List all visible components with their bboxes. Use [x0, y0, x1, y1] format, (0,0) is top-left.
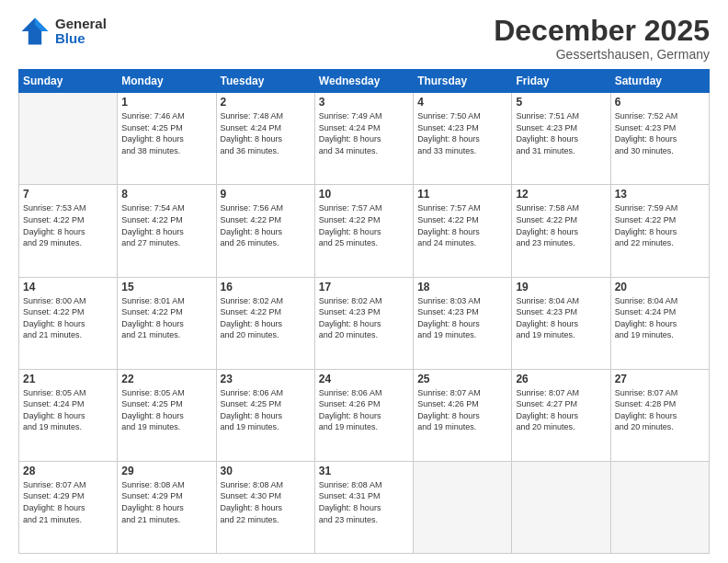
- day-number: 5: [516, 96, 606, 109]
- calendar-cell: [19, 93, 118, 185]
- calendar-cell: 23Sunrise: 8:06 AM Sunset: 4:25 PM Dayli…: [216, 369, 314, 461]
- calendar-cell: 12Sunrise: 7:58 AM Sunset: 4:22 PM Dayli…: [512, 185, 610, 277]
- day-number: 6: [615, 96, 705, 109]
- calendar-cell: 3Sunrise: 7:49 AM Sunset: 4:24 PM Daylig…: [314, 93, 413, 185]
- day-info: Sunrise: 7:56 AM Sunset: 4:22 PM Dayligh…: [221, 202, 311, 248]
- day-info: Sunrise: 7:52 AM Sunset: 4:23 PM Dayligh…: [615, 110, 705, 156]
- day-info: Sunrise: 8:07 AM Sunset: 4:29 PM Dayligh…: [23, 479, 113, 525]
- day-number: 19: [516, 281, 606, 293]
- calendar-week-row: 14Sunrise: 8:00 AM Sunset: 4:22 PM Dayli…: [19, 277, 710, 369]
- day-info: Sunrise: 8:05 AM Sunset: 4:24 PM Dayligh…: [23, 387, 113, 433]
- calendar-week-row: 21Sunrise: 8:05 AM Sunset: 4:24 PM Dayli…: [19, 369, 710, 461]
- calendar-cell: 2Sunrise: 7:48 AM Sunset: 4:24 PM Daylig…: [216, 93, 314, 185]
- day-info: Sunrise: 8:04 AM Sunset: 4:24 PM Dayligh…: [615, 295, 705, 341]
- day-info: Sunrise: 7:57 AM Sunset: 4:22 PM Dayligh…: [319, 202, 409, 248]
- calendar-cell: 16Sunrise: 8:02 AM Sunset: 4:22 PM Dayli…: [216, 277, 314, 369]
- day-number: 4: [417, 96, 507, 109]
- day-info: Sunrise: 8:01 AM Sunset: 4:22 PM Dayligh…: [121, 295, 211, 341]
- day-number: 8: [121, 188, 211, 201]
- month-title: December 2025: [494, 15, 710, 47]
- day-info: Sunrise: 7:53 AM Sunset: 4:22 PM Dayligh…: [23, 202, 113, 248]
- day-number: 11: [417, 188, 507, 201]
- calendar-week-row: 28Sunrise: 8:07 AM Sunset: 4:29 PM Dayli…: [19, 461, 710, 553]
- calendar-cell: 19Sunrise: 8:04 AM Sunset: 4:23 PM Dayli…: [512, 277, 610, 369]
- day-info: Sunrise: 7:46 AM Sunset: 4:25 PM Dayligh…: [121, 110, 211, 156]
- calendar-cell: 15Sunrise: 8:01 AM Sunset: 4:22 PM Dayli…: [118, 277, 216, 369]
- page: General Blue December 2025 Gessertshause…: [0, 0, 728, 563]
- calendar-week-row: 1Sunrise: 7:46 AM Sunset: 4:25 PM Daylig…: [19, 93, 710, 185]
- day-number: 29: [121, 465, 211, 477]
- header: General Blue December 2025 Gessertshause…: [18, 15, 710, 62]
- calendar-cell: [512, 461, 610, 553]
- day-info: Sunrise: 8:07 AM Sunset: 4:27 PM Dayligh…: [516, 387, 606, 433]
- day-number: 22: [121, 373, 211, 385]
- calendar-cell: 1Sunrise: 7:46 AM Sunset: 4:25 PM Daylig…: [118, 93, 216, 185]
- day-info: Sunrise: 8:08 AM Sunset: 4:31 PM Dayligh…: [319, 479, 409, 525]
- day-number: 3: [319, 96, 409, 109]
- day-info: Sunrise: 8:04 AM Sunset: 4:23 PM Dayligh…: [516, 295, 606, 341]
- calendar-cell: 11Sunrise: 7:57 AM Sunset: 4:22 PM Dayli…: [414, 185, 512, 277]
- day-info: Sunrise: 8:03 AM Sunset: 4:23 PM Dayligh…: [417, 295, 507, 341]
- day-info: Sunrise: 8:08 AM Sunset: 4:30 PM Dayligh…: [221, 479, 311, 525]
- day-number: 15: [121, 281, 211, 293]
- logo-icon: [18, 15, 51, 48]
- calendar-day-header: Wednesday: [314, 70, 413, 93]
- day-number: 25: [417, 373, 507, 385]
- calendar-table: SundayMondayTuesdayWednesdayThursdayFrid…: [18, 69, 710, 554]
- calendar-cell: 27Sunrise: 8:07 AM Sunset: 4:28 PM Dayli…: [610, 369, 709, 461]
- title-block: December 2025 Gessertshausen, Germany: [494, 15, 710, 62]
- day-info: Sunrise: 8:05 AM Sunset: 4:25 PM Dayligh…: [121, 387, 211, 433]
- day-info: Sunrise: 8:07 AM Sunset: 4:28 PM Dayligh…: [615, 387, 705, 433]
- day-number: 26: [516, 373, 606, 385]
- day-info: Sunrise: 7:59 AM Sunset: 4:22 PM Dayligh…: [615, 202, 705, 248]
- calendar-header-row: SundayMondayTuesdayWednesdayThursdayFrid…: [19, 70, 710, 93]
- day-info: Sunrise: 8:06 AM Sunset: 4:26 PM Dayligh…: [319, 387, 409, 433]
- day-info: Sunrise: 7:48 AM Sunset: 4:24 PM Dayligh…: [221, 110, 311, 156]
- day-number: 12: [516, 188, 606, 201]
- calendar-day-header: Tuesday: [216, 70, 314, 93]
- calendar-day-header: Sunday: [19, 70, 118, 93]
- calendar-cell: 13Sunrise: 7:59 AM Sunset: 4:22 PM Dayli…: [610, 185, 709, 277]
- calendar-day-header: Thursday: [414, 70, 512, 93]
- day-number: 13: [615, 188, 705, 201]
- day-info: Sunrise: 7:57 AM Sunset: 4:22 PM Dayligh…: [417, 202, 507, 248]
- calendar-cell: 7Sunrise: 7:53 AM Sunset: 4:22 PM Daylig…: [19, 185, 118, 277]
- calendar-cell: 29Sunrise: 8:08 AM Sunset: 4:29 PM Dayli…: [118, 461, 216, 553]
- day-info: Sunrise: 8:08 AM Sunset: 4:29 PM Dayligh…: [121, 479, 211, 525]
- day-info: Sunrise: 8:07 AM Sunset: 4:26 PM Dayligh…: [417, 387, 507, 433]
- calendar-cell: 8Sunrise: 7:54 AM Sunset: 4:22 PM Daylig…: [118, 185, 216, 277]
- day-info: Sunrise: 7:50 AM Sunset: 4:23 PM Dayligh…: [417, 110, 507, 156]
- day-info: Sunrise: 8:02 AM Sunset: 4:22 PM Dayligh…: [221, 295, 311, 341]
- calendar-day-header: Saturday: [610, 70, 709, 93]
- day-number: 9: [221, 188, 311, 201]
- day-number: 14: [23, 281, 113, 293]
- calendar-cell: 14Sunrise: 8:00 AM Sunset: 4:22 PM Dayli…: [19, 277, 118, 369]
- day-info: Sunrise: 8:00 AM Sunset: 4:22 PM Dayligh…: [23, 295, 113, 341]
- calendar-cell: 25Sunrise: 8:07 AM Sunset: 4:26 PM Dayli…: [414, 369, 512, 461]
- calendar-week-row: 7Sunrise: 7:53 AM Sunset: 4:22 PM Daylig…: [19, 185, 710, 277]
- logo-text: General Blue: [55, 17, 107, 47]
- day-info: Sunrise: 7:51 AM Sunset: 4:23 PM Dayligh…: [516, 110, 606, 156]
- calendar-cell: [414, 461, 512, 553]
- calendar-cell: 28Sunrise: 8:07 AM Sunset: 4:29 PM Dayli…: [19, 461, 118, 553]
- day-info: Sunrise: 7:49 AM Sunset: 4:24 PM Dayligh…: [319, 110, 409, 156]
- day-number: 27: [615, 373, 705, 385]
- calendar-cell: 17Sunrise: 8:02 AM Sunset: 4:23 PM Dayli…: [314, 277, 413, 369]
- calendar-cell: 18Sunrise: 8:03 AM Sunset: 4:23 PM Dayli…: [414, 277, 512, 369]
- day-number: 30: [221, 465, 311, 477]
- calendar-day-header: Monday: [118, 70, 216, 93]
- day-number: 21: [23, 373, 113, 385]
- day-number: 16: [221, 281, 311, 293]
- calendar-cell: 6Sunrise: 7:52 AM Sunset: 4:23 PM Daylig…: [610, 93, 709, 185]
- calendar-cell: 31Sunrise: 8:08 AM Sunset: 4:31 PM Dayli…: [314, 461, 413, 553]
- day-number: 31: [319, 465, 409, 477]
- calendar-cell: 24Sunrise: 8:06 AM Sunset: 4:26 PM Dayli…: [314, 369, 413, 461]
- calendar-cell: 26Sunrise: 8:07 AM Sunset: 4:27 PM Dayli…: [512, 369, 610, 461]
- day-info: Sunrise: 8:06 AM Sunset: 4:25 PM Dayligh…: [221, 387, 311, 433]
- day-info: Sunrise: 7:54 AM Sunset: 4:22 PM Dayligh…: [121, 202, 211, 248]
- location: Gessertshausen, Germany: [494, 47, 710, 62]
- day-number: 10: [319, 188, 409, 201]
- day-number: 17: [319, 281, 409, 293]
- calendar-day-header: Friday: [512, 70, 610, 93]
- logo: General Blue: [18, 15, 107, 48]
